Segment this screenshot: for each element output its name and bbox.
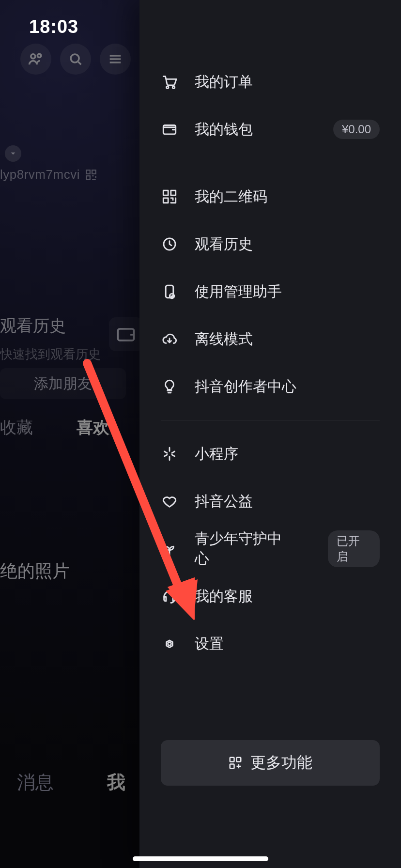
menu-item-label: 我的钱包 [195, 120, 253, 140]
menu-item-creator-center[interactable]: 抖音创作者中心 [161, 363, 380, 410]
wallet-shortcut[interactable] [109, 317, 143, 351]
menu-divider [161, 163, 380, 163]
menu-item-mini-programs[interactable]: 小程序 [161, 430, 380, 478]
headset-icon [161, 588, 178, 605]
menu-item-usage-assistant[interactable]: 使用管理助手 [161, 268, 380, 315]
svg-rect-4 [92, 170, 96, 174]
menu-item-label: 离线模式 [195, 329, 253, 349]
tab-like[interactable]: 喜欢 [77, 417, 109, 439]
photo-section-label: 绝的照片 [0, 559, 70, 583]
side-drawer: 我的订单我的钱包¥0.00我的二维码观看历史使用管理助手离线模式抖音创作者中心小… [139, 0, 401, 868]
more-functions-label: 更多功能 [250, 752, 312, 774]
menu-item-customer-service[interactable]: 我的客服 [161, 573, 380, 620]
status-time: 18:03 [29, 16, 78, 37]
nav-message[interactable]: 消息 [17, 770, 54, 795]
add-friend-button[interactable]: 添加朋友 [0, 368, 126, 399]
svg-rect-3 [86, 170, 90, 174]
menu-item-label: 我的客服 [195, 587, 253, 606]
home-indicator [133, 856, 268, 861]
menu-item-orders[interactable]: 我的订单 [161, 58, 380, 106]
qrcode-mini-icon [85, 169, 97, 181]
svg-point-1 [37, 54, 41, 57]
svg-rect-8 [237, 758, 241, 762]
svg-point-2 [71, 54, 79, 62]
gear-icon [161, 635, 178, 652]
grid-plus-icon [228, 756, 243, 770]
dropdown-chevron-icon[interactable] [5, 145, 21, 162]
menu-item-wallet[interactable]: 我的钱包¥0.00 [161, 106, 380, 153]
heart-icon [161, 493, 178, 510]
menu-item-charity[interactable]: 抖音公益 [161, 478, 380, 525]
menu-item-label: 小程序 [195, 444, 238, 464]
svg-rect-7 [230, 758, 234, 762]
menu-item-label: 我的订单 [195, 72, 253, 92]
spark-icon [161, 445, 178, 463]
menu-divider [161, 420, 380, 420]
phone-check-icon [161, 283, 178, 300]
cart-icon [161, 73, 178, 91]
more-functions-button[interactable]: 更多功能 [161, 740, 380, 786]
menu-item-settings[interactable]: 设置 [161, 620, 380, 667]
cloud-download-icon [161, 330, 178, 348]
menu-item-offline-mode[interactable]: 离线模式 [161, 315, 380, 363]
wallet-icon [161, 121, 178, 138]
qrcode-icon [161, 188, 178, 205]
sprout-icon [161, 540, 178, 558]
menu-item-watch-history[interactable]: 观看历史 [161, 220, 380, 268]
lightbulb-icon [161, 378, 178, 395]
add-friend-label: 添加朋友 [34, 374, 92, 394]
clock-icon [161, 235, 178, 253]
menu-item-badge: 已开启 [328, 530, 380, 567]
menu-item-label: 设置 [195, 634, 224, 654]
user-id: lyp8rvm7mcvi [0, 167, 97, 182]
nav-me[interactable]: 我 [107, 770, 125, 795]
menu-item-teen-guardian[interactable]: 青少年守护中心已开启 [161, 525, 380, 573]
user-id-text: lyp8rvm7mcvi [0, 167, 80, 182]
menu-item-label: 青少年守护中心 [195, 529, 295, 569]
menu-item-label: 抖音创作者中心 [195, 377, 296, 397]
svg-point-0 [31, 54, 35, 59]
menu-item-qrcode[interactable]: 我的二维码 [161, 173, 380, 220]
svg-rect-5 [86, 176, 90, 180]
svg-rect-9 [230, 764, 234, 769]
menu-item-label: 我的二维码 [195, 187, 267, 207]
menu-item-label: 抖音公益 [195, 492, 253, 512]
menu-item-label: 观看历史 [195, 234, 253, 254]
tab-collect[interactable]: 收藏 [0, 417, 33, 439]
menu-item-badge: ¥0.00 [333, 120, 380, 139]
menu-item-label: 使用管理助手 [195, 282, 282, 302]
